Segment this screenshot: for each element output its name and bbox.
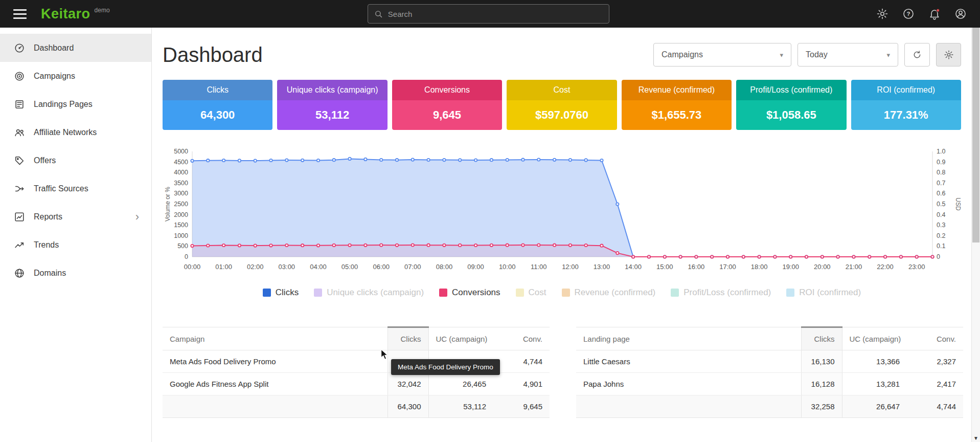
metric-card-cost[interactable]: Cost $597.0760 (507, 80, 617, 130)
vertical-scrollbar: ▼ (971, 28, 980, 442)
refresh-icon (912, 50, 922, 60)
uc-cell: 26,465 (428, 373, 493, 395)
table-header-row: Landing page Clicks UC (campaign) Conv. (576, 327, 963, 350)
search-box[interactable] (368, 4, 609, 24)
sidebar-item-label: Landings Pages (34, 100, 93, 109)
sidebar-item-traffic-sources[interactable]: Traffic Sources (0, 174, 151, 203)
user-avatar-icon[interactable] (954, 8, 967, 20)
legend-label: ROI (confirmed) (799, 288, 861, 298)
sidebar-item-label: Dashboard (34, 43, 74, 53)
notifications-button[interactable] (928, 8, 941, 20)
search-area (110, 4, 867, 24)
svg-text:10:00: 10:00 (499, 263, 516, 271)
trending-up-icon (14, 239, 25, 251)
search-input[interactable] (388, 10, 603, 18)
mouse-cursor (380, 349, 391, 361)
metric-card-unique-clicks[interactable]: Unique clicks (campaign) 53,112 (277, 80, 387, 130)
sidebar-item-affiliate-networks[interactable]: Affiliate Networks (0, 118, 151, 146)
svg-text:?: ? (906, 11, 910, 17)
svg-text:21:00: 21:00 (846, 263, 862, 271)
metric-card-profit-loss[interactable]: Profit/Loss (confirmed) $1,058.65 (736, 80, 846, 130)
legend-swatch (516, 289, 524, 297)
legend-item-cost[interactable]: Cost (516, 288, 546, 298)
sidebar-item-dashboard[interactable]: Dashboard (0, 34, 151, 62)
column-header-clicks-sorted[interactable]: Clicks (801, 327, 842, 350)
legend-item-conversions[interactable]: Conversions (439, 288, 500, 298)
totals-clicks: 64,300 (388, 395, 428, 418)
svg-text:0.2: 0.2 (937, 232, 945, 239)
sidebar-item-domains[interactable]: Domains (0, 259, 151, 287)
campaign-name[interactable]: Google Ads Fitness App Split (163, 373, 388, 395)
column-header-uc[interactable]: UC (campaign) (842, 327, 907, 350)
legend-label: Revenue (confirmed) (575, 288, 656, 298)
column-header-conv[interactable]: Conv. (493, 327, 550, 350)
metric-value: 9,645 (392, 100, 502, 130)
metric-cards: Clicks 64,300 Unique clicks (campaign) 5… (163, 80, 961, 130)
legend-item-profit-loss[interactable]: Profit/Loss (confirmed) (671, 288, 771, 298)
gear-icon (944, 50, 954, 60)
sidebar-item-label: Affiliate Networks (34, 128, 97, 137)
totals-empty-cell (163, 395, 388, 418)
target-icon (14, 71, 25, 82)
svg-text:16:00: 16:00 (688, 263, 705, 271)
sidebar-item-trends[interactable]: Trends (0, 231, 151, 259)
totals-conv: 9,645 (493, 395, 550, 418)
metric-label: Profit/Loss (confirmed) (736, 80, 846, 100)
logo-demo-badge: demo (95, 7, 110, 14)
svg-text:03:00: 03:00 (279, 263, 295, 271)
grouping-select[interactable]: Campaigns ▾ (653, 43, 791, 67)
landing-name[interactable]: Papa Johns (576, 373, 801, 395)
landing-name[interactable]: Little Caesars (576, 350, 801, 373)
conv-cell: 4,901 (493, 373, 550, 395)
svg-text:0.1: 0.1 (937, 242, 945, 250)
help-icon[interactable]: ? (902, 8, 915, 20)
campaign-name[interactable]: Meta Ads Food Delivery Promo (163, 350, 388, 373)
svg-text:0.6: 0.6 (937, 190, 945, 197)
sidebar-item-offers[interactable]: Offers (0, 146, 151, 174)
scrollbar-thumb[interactable] (972, 28, 979, 242)
totals-conv: 4,744 (907, 395, 963, 418)
gear-icon[interactable] (876, 8, 888, 20)
legend-item-unique-clicks[interactable]: Unique clicks (campaign) (314, 288, 424, 298)
legend-item-roi[interactable]: ROI (confirmed) (786, 288, 861, 298)
legend-swatch (314, 289, 322, 297)
date-range-select[interactable]: Today ▾ (797, 43, 898, 67)
scroll-down-icon[interactable]: ▼ (972, 435, 980, 441)
sidebar-item-reports[interactable]: Reports › (0, 203, 151, 231)
svg-text:0.4: 0.4 (937, 211, 945, 218)
hamburger-menu-icon[interactable] (13, 9, 27, 19)
legend-item-clicks[interactable]: Clicks (263, 288, 299, 298)
svg-text:23:00: 23:00 (908, 263, 925, 271)
sidebar-item-label: Reports (34, 212, 62, 222)
legend-swatch (671, 289, 679, 297)
topbar-icons: ? (876, 8, 967, 20)
svg-text:19:00: 19:00 (782, 263, 799, 271)
sidebar-item-landings-pages[interactable]: Landings Pages (0, 90, 151, 118)
table-row[interactable]: Papa Johns 16,128 13,281 2,417 (576, 373, 963, 395)
svg-text:0.7: 0.7 (937, 180, 945, 187)
svg-text:2000: 2000 (174, 211, 188, 218)
metric-card-clicks[interactable]: Clicks 64,300 (163, 80, 272, 130)
totals-uc: 26,647 (842, 395, 907, 418)
bell-icon (928, 8, 941, 20)
column-header-clicks-sorted[interactable]: Clicks (388, 327, 428, 350)
header-controls: Campaigns ▾ Today ▾ (653, 43, 961, 67)
column-header-campaign[interactable]: Campaign (163, 327, 388, 350)
column-header-uc[interactable]: UC (campaign) (428, 327, 493, 350)
table-row[interactable]: Google Ads Fitness App Split 32,042 26,4… (163, 373, 550, 395)
clicks-cell: 16,130 (801, 350, 842, 373)
legend-label: Unique clicks (campaign) (327, 288, 424, 298)
legend-item-revenue[interactable]: Revenue (confirmed) (562, 288, 656, 298)
table-row[interactable]: Little Caesars 16,130 13,366 2,327 (576, 350, 963, 373)
column-header-landing-page[interactable]: Landing page (576, 327, 801, 350)
metric-card-roi[interactable]: ROI (confirmed) 177.31% (851, 80, 961, 130)
svg-text:14:00: 14:00 (625, 263, 642, 271)
dashboard-settings-button[interactable] (936, 43, 961, 67)
refresh-button[interactable] (904, 43, 930, 67)
metric-card-revenue[interactable]: Revenue (confirmed) $1,655.73 (622, 80, 732, 130)
table-header-row: Campaign Clicks UC (campaign) Conv. (163, 327, 550, 350)
svg-text:3500: 3500 (174, 180, 188, 187)
column-header-conv[interactable]: Conv. (907, 327, 963, 350)
metric-card-conversions[interactable]: Conversions 9,645 (392, 80, 502, 130)
sidebar-item-campaigns[interactable]: Campaigns (0, 62, 151, 90)
